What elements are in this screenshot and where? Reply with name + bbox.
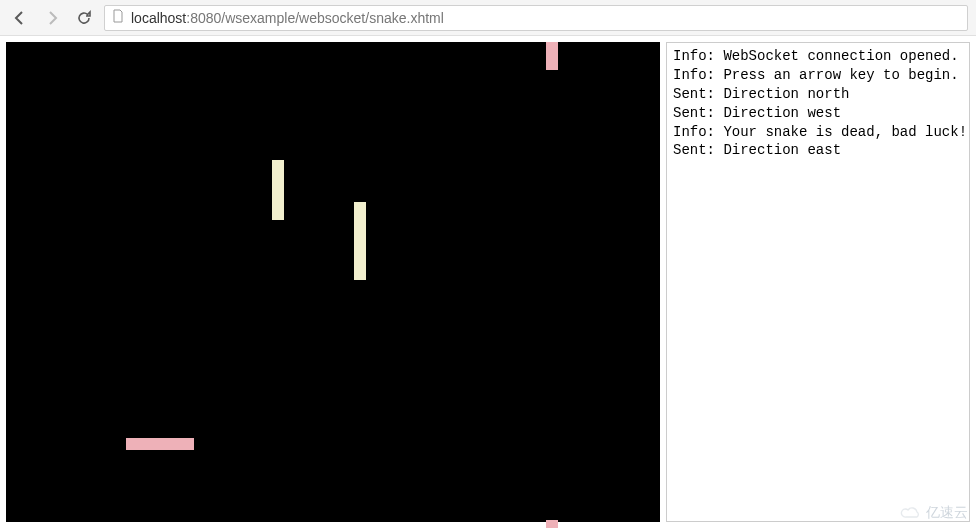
log-panel[interactable]: Info: WebSocket connection opened.Info: … [666, 42, 970, 522]
back-button[interactable] [8, 6, 32, 30]
snake-segment [546, 520, 558, 528]
url-text: localhost:8080/wsexample/websocket/snake… [131, 10, 444, 26]
snake-segment [546, 42, 558, 70]
log-line: Sent: Direction north [673, 85, 963, 104]
log-line: Info: WebSocket connection opened. [673, 47, 963, 66]
url-bar[interactable]: localhost:8080/wsexample/websocket/snake… [104, 5, 968, 31]
page-icon [111, 9, 125, 26]
browser-toolbar: localhost:8080/wsexample/websocket/snake… [0, 0, 976, 36]
log-line: Info: Your snake is dead, bad luck! [673, 123, 963, 142]
snake-segment [272, 160, 284, 220]
reload-button[interactable] [72, 6, 96, 30]
content-area: Info: WebSocket connection opened.Info: … [0, 36, 976, 528]
log-line: Sent: Direction east [673, 141, 963, 160]
forward-button[interactable] [40, 6, 64, 30]
snake-segment [126, 438, 194, 450]
log-line: Sent: Direction west [673, 104, 963, 123]
game-canvas[interactable] [6, 42, 660, 522]
snake-segment [354, 202, 366, 280]
log-line: Info: Press an arrow key to begin. [673, 66, 963, 85]
